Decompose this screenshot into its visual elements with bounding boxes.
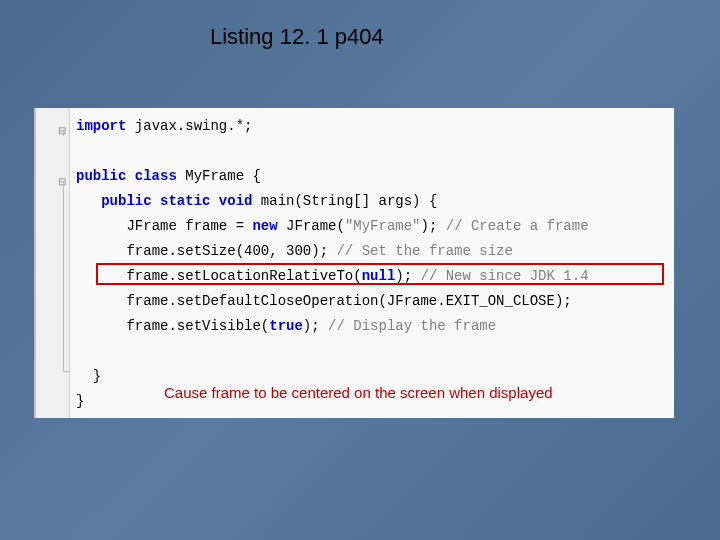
code-gutter: ⊟ ⊟ bbox=[36, 108, 70, 418]
code-text: ); bbox=[421, 218, 446, 234]
fold-line-end bbox=[63, 371, 69, 372]
code-line: frame.setVisible(true); // Display the f… bbox=[76, 314, 589, 339]
code-line: frame.setSize(400, 300); // Set the fram… bbox=[76, 239, 589, 264]
code-line: import javax.swing.*; bbox=[76, 114, 589, 139]
code-text: frame.setVisible( bbox=[126, 318, 269, 334]
code-text: frame.setDefaultCloseOperation(JFrame.EX… bbox=[126, 293, 571, 309]
fold-icon: ⊟ bbox=[58, 118, 66, 143]
keyword: import bbox=[76, 118, 126, 134]
code-line: JFrame frame = new JFrame("MyFrame"); //… bbox=[76, 214, 589, 239]
keyword: true bbox=[269, 318, 303, 334]
code-text: (String[] args) { bbox=[294, 193, 437, 209]
code-lines: import javax.swing.*; public class MyFra… bbox=[76, 114, 589, 414]
fold-icon: ⊟ bbox=[58, 169, 66, 194]
comment: // Create a frame bbox=[446, 218, 589, 234]
comment: // Set the frame size bbox=[336, 243, 512, 259]
code-text: javax.swing.*; bbox=[126, 118, 252, 134]
code-line: public class MyFrame { bbox=[76, 164, 589, 189]
keyword: public class bbox=[76, 168, 177, 184]
keyword: new bbox=[252, 218, 277, 234]
string-literal: "MyFrame" bbox=[345, 218, 421, 234]
code-text: JFrame frame = bbox=[126, 218, 252, 234]
code-text: ); bbox=[303, 318, 328, 334]
code-line: frame.setLocationRelativeTo(null); // Ne… bbox=[76, 264, 589, 289]
code-line: public static void main(String[] args) { bbox=[76, 189, 589, 214]
code-panel: ⊟ ⊟ import javax.swing.*; public class M… bbox=[34, 108, 674, 418]
code-text: frame.setSize(400, 300); bbox=[126, 243, 336, 259]
slide-title: Listing 12. 1 p404 bbox=[210, 24, 384, 50]
code-line: frame.setDefaultCloseOperation(JFrame.EX… bbox=[76, 289, 589, 314]
code-text: JFrame( bbox=[278, 218, 345, 234]
code-text: MyFrame { bbox=[177, 168, 261, 184]
code-text: frame.setLocationRelativeTo( bbox=[126, 268, 361, 284]
keyword: public static void bbox=[101, 193, 252, 209]
annotation-caption: Cause frame to be centered on the screen… bbox=[164, 380, 553, 405]
comment: // Display the frame bbox=[328, 318, 496, 334]
code-text: ); bbox=[395, 268, 420, 284]
keyword: null bbox=[362, 268, 396, 284]
fold-line bbox=[63, 181, 64, 371]
comment: // New since JDK 1.4 bbox=[421, 268, 589, 284]
fold-line bbox=[63, 130, 64, 136]
code-text: main bbox=[252, 193, 294, 209]
code-line bbox=[76, 339, 589, 364]
code-line bbox=[76, 139, 589, 164]
